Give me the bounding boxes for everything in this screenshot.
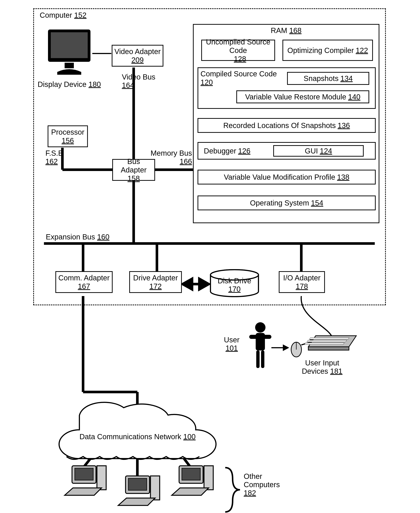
memory-bus-label: Memory Bus 166: [138, 149, 192, 166]
input-devices-line1: User Input: [305, 359, 339, 367]
input-devices-label: User Input Devices 181: [293, 359, 351, 375]
input-devices-line2: Devices: [302, 367, 328, 375]
processor-ref: 156: [62, 136, 74, 145]
rec-locations-box: Recorded Locations Of Snapshots 136: [197, 118, 376, 133]
svg-rect-26: [65, 63, 74, 68]
snapshots-box: Snapshots 134: [287, 72, 369, 85]
input-devices-ref: 181: [330, 367, 343, 375]
other-computers-icon: [63, 462, 223, 510]
processor-label: Processor: [51, 128, 84, 136]
svg-rect-41: [97, 466, 106, 490]
io-adapter-ref: 178: [296, 282, 308, 291]
user-icon: [246, 321, 275, 373]
svg-rect-31: [261, 351, 264, 368]
user-label: User 101: [220, 336, 244, 352]
svg-marker-35: [308, 347, 349, 350]
video-bus-ref: 164: [122, 81, 134, 89]
restore-label: Variable Value Restore Module: [245, 93, 346, 101]
svg-marker-46: [118, 498, 155, 506]
snapshots-ref: 134: [340, 74, 353, 83]
drive-adapter-box: Drive Adapter 172: [129, 271, 182, 293]
disk-drive-label: Disk Drive 170: [215, 277, 254, 293]
svg-rect-38: [304, 343, 344, 344]
svg-rect-29: [249, 335, 271, 339]
optimizer-label: Optimizing Compiler: [287, 46, 354, 55]
os-ref: 154: [311, 199, 323, 207]
disk-drive-ref: 170: [228, 285, 241, 293]
svg-point-27: [255, 322, 265, 333]
svg-rect-49: [204, 466, 213, 490]
vvmp-ref: 138: [337, 173, 350, 181]
fsb-label: F.S.B 162: [45, 149, 69, 166]
gui-ref: 124: [320, 147, 332, 155]
memory-bus-text: Memory Bus: [151, 149, 192, 157]
compiled-title: Compiled Source Code 120: [201, 70, 277, 87]
network-ref: 100: [183, 432, 196, 441]
vvmp-label: Variable Value Modification Profile: [224, 173, 335, 181]
other-computers-label: Other Computers 182: [244, 472, 292, 497]
svg-rect-40: [75, 468, 93, 480]
uncompiled-label: Uncompiled Source Code: [203, 38, 273, 55]
other-computers-ref: 182: [244, 489, 256, 497]
vvmp-box: Variable Value Modification Profile 138: [197, 170, 376, 184]
comm-adapter-box: Comm. Adapter 167: [55, 271, 112, 293]
user-label-text: User: [224, 336, 240, 344]
video-bus-label-text: Video Bus: [122, 73, 156, 81]
compiled-ref: 120: [201, 78, 213, 86]
user-ref: 101: [225, 344, 238, 352]
ram-label: RAM: [271, 26, 287, 35]
expansion-bus-label: Expansion Bus 160: [46, 233, 110, 241]
network-label: Data Communications Network 100: [73, 432, 202, 441]
display-label: Display Device 180: [37, 80, 102, 88]
rec-locations-label: Recorded Locations Of Snapshots: [223, 121, 336, 130]
expansion-bus-ref: 160: [97, 233, 110, 241]
processor-box: Processor 156: [48, 125, 88, 147]
io-adapter-box: I/O Adapter 178: [279, 271, 325, 293]
gui-label: GUI: [305, 147, 318, 155]
svg-marker-42: [65, 488, 102, 495]
uncompiled-ref: 128: [234, 55, 246, 63]
video-adapter-ref: 209: [131, 56, 144, 64]
io-adapter-label: I/O Adapter: [283, 274, 321, 282]
ram-ref: 168: [289, 26, 302, 35]
computer-ref: 152: [74, 11, 87, 19]
restore-ref: 140: [348, 93, 360, 101]
display-label-text: Display Device: [38, 80, 87, 88]
disk-drive-text: Disk Drive: [218, 277, 251, 285]
snapshots-label: Snapshots: [304, 74, 338, 83]
computer-label-text: Computer: [40, 11, 72, 19]
expansion-bus-text: Expansion Bus: [46, 233, 95, 241]
gui-box: GUI 124: [273, 145, 364, 157]
svg-rect-48: [182, 468, 200, 480]
svg-marker-20: [283, 345, 288, 350]
monitor-icon: [44, 26, 94, 79]
video-adapter-label: Video Adapter: [114, 47, 161, 56]
rec-locations-ref: 136: [338, 121, 350, 130]
compiled-label: Compiled Source Code: [201, 70, 277, 78]
debugger-ref: 126: [238, 147, 250, 155]
network-text: Data Communications Network: [79, 432, 181, 441]
video-adapter-box: Video Adapter 209: [112, 45, 163, 66]
drive-adapter-label: Drive Adapter: [133, 274, 178, 282]
computer-label: Computer 152: [40, 11, 87, 19]
svg-rect-30: [256, 351, 260, 368]
os-label: Operating System: [250, 199, 309, 207]
display-ref: 180: [89, 80, 101, 88]
ram-title: RAM 168: [194, 25, 379, 35]
svg-rect-37: [307, 340, 347, 342]
restore-box: Variable Value Restore Module 140: [236, 90, 369, 103]
fsb-label-text: F.S.B: [45, 149, 63, 157]
os-box: Operating System 154: [197, 196, 376, 210]
svg-rect-25: [51, 32, 88, 58]
optimizer-ref: 122: [356, 46, 368, 55]
svg-rect-44: [128, 478, 147, 490]
video-bus-label: Video Bus 164: [122, 73, 167, 89]
svg-rect-36: [309, 337, 349, 339]
bus-adapter-ref: 158: [128, 174, 140, 183]
optimizer-box: Optimizing Compiler 122: [283, 40, 373, 61]
debugger-label: Debugger: [204, 147, 236, 155]
comm-adapter-ref: 167: [78, 282, 90, 291]
drive-adapter-ref: 172: [149, 282, 162, 291]
other-computers-line1: Other: [244, 472, 262, 480]
svg-rect-45: [150, 476, 160, 500]
